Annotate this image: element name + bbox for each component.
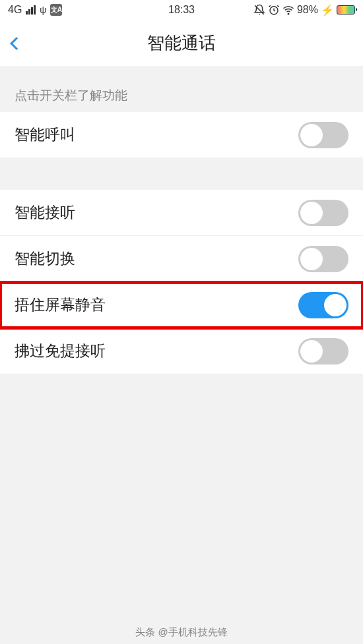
toggle-smart-answer[interactable] [298,200,348,226]
charge-icon: ⚡ [321,4,334,16]
status-left: 4G ψ 文A [8,4,62,16]
row-cover-mute[interactable]: 捂住屏幕静音 [0,282,363,328]
toggle-smart-switch[interactable] [298,246,348,272]
signal-bars-icon [26,5,36,15]
battery-icon [337,5,355,15]
wifi-icon [282,4,294,16]
row-label: 拂过免提接听 [15,341,106,361]
clock: 18:33 [168,4,195,16]
section-hint: 点击开关栏了解功能 [0,67,363,112]
row-wave-speaker[interactable]: 拂过免提接听 [0,328,363,374]
battery-percent: 98% [297,4,318,16]
row-smart-switch[interactable]: 智能切换 [0,236,363,282]
status-bar: 4G ψ 文A 18:33 98% ⚡ [0,0,363,20]
toggle-wave-speaker[interactable] [298,338,348,365]
translate-icon: 文A [50,4,62,16]
page-title: 智能通话 [0,32,363,55]
row-label: 智能接听 [15,202,75,223]
alarm-icon [268,4,280,16]
row-label: 智能呼叫 [15,125,75,145]
status-right: 98% ⚡ [253,4,355,16]
row-smart-answer[interactable]: 智能接听 [0,190,363,236]
chevron-left-icon [10,37,23,50]
usb-icon: ψ [40,5,46,15]
mute-icon [253,4,265,16]
svg-point-2 [288,13,289,15]
toggle-cover-mute[interactable] [298,292,348,318]
back-button[interactable] [12,30,38,57]
row-label: 捂住屏幕静音 [15,295,106,315]
row-label: 智能切换 [15,249,75,269]
row-smart-call[interactable]: 智能呼叫 [0,112,363,158]
network-label: 4G [8,4,22,16]
toggle-smart-call[interactable] [298,122,348,148]
header: 智能通话 [0,20,363,67]
image-caption: 头条 @手机科技先锋 [0,626,363,639]
